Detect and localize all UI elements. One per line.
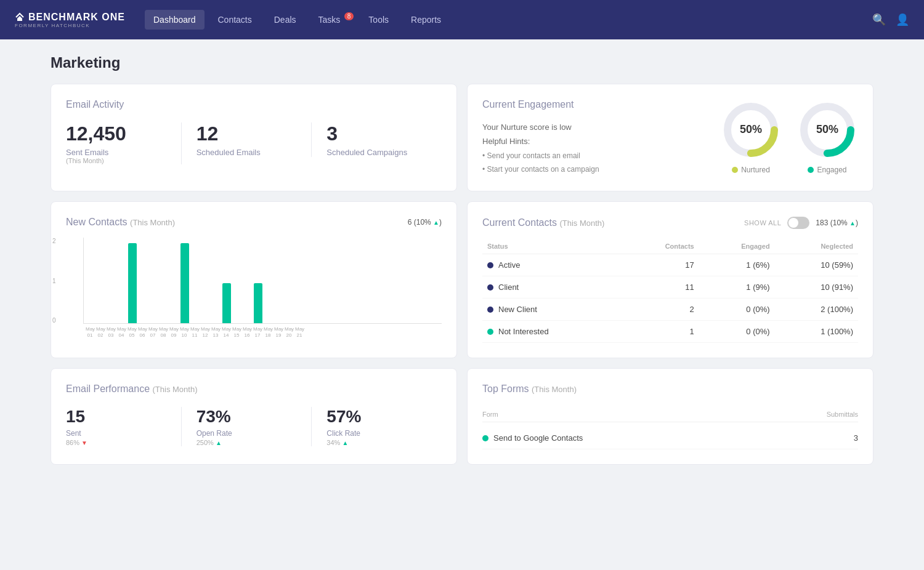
open-up-arrow: ▲ xyxy=(216,440,222,446)
x-label-5: May06 xyxy=(138,326,147,338)
nav-right-icons: 🔍 👤 xyxy=(872,13,909,26)
x-label-9: May10 xyxy=(180,326,188,338)
x-label-20: May21 xyxy=(295,326,304,338)
engaged-count: 1 (6%) xyxy=(699,254,775,276)
ep-sent-pct: 86% ▼ xyxy=(66,439,166,446)
forms-col-submittals: Submittals xyxy=(827,411,858,418)
table-row: Active 17 1 (6%) 10 (59%) xyxy=(482,254,858,276)
dashboard-grid: Email Activity 12,450 Sent Emails (This … xyxy=(51,84,873,465)
nurtured-label: Nurtured xyxy=(732,166,770,174)
x-label-10: May11 xyxy=(190,326,199,338)
engaged-count: 0 (0%) xyxy=(699,321,775,343)
forms-col-form: Form xyxy=(482,411,498,418)
ep-click-label: Click Rate xyxy=(326,429,427,438)
contacts-total-badge: 183 (10% ▲) xyxy=(816,219,858,227)
svg-text:50%: 50% xyxy=(740,123,762,135)
status-dot xyxy=(487,329,493,335)
status-name: Active xyxy=(498,260,520,270)
click-up-arrow: ▲ xyxy=(342,440,348,446)
current-contacts-card: Current Contacts (This Month) SHOW ALL 1… xyxy=(467,201,873,358)
new-contacts-card: New Contacts (This Month) 6 (10% ▲) 2 1 … xyxy=(51,201,457,358)
tasks-badge: 8 xyxy=(344,12,354,20)
col-status: Status xyxy=(482,239,623,254)
svg-text:50%: 50% xyxy=(816,123,838,135)
engaged-donut-svg: 50% xyxy=(796,99,858,161)
form-row: Send to Google Contacts 3 xyxy=(482,427,858,449)
hints-label: Helpful Hints: xyxy=(482,137,708,146)
x-label-12: May13 xyxy=(211,326,220,338)
email-activity-card: Email Activity 12,450 Sent Emails (This … xyxy=(51,84,457,191)
email-performance-row: 15 Sent 86% ▼ 73% Open Rate 250% ▲ xyxy=(66,407,442,446)
contacts-count: 17 xyxy=(623,254,699,276)
ep-open-pct: 250% ▲ xyxy=(197,439,297,446)
neglected-count: 2 (100%) xyxy=(775,299,858,321)
top-forms-card: Top Forms (This Month) Form Submittals S… xyxy=(467,368,873,465)
scheduled-emails-label: Scheduled Emails xyxy=(197,148,297,157)
bar-chart-container: 2 1 0 May01May02May03May04May05May06May0… xyxy=(66,238,442,338)
search-button[interactable]: 🔍 xyxy=(872,13,886,26)
bar-4 xyxy=(128,243,137,323)
sent-emails-stat: 12,450 Sent Emails (This Month) xyxy=(66,122,182,164)
x-label-18: May19 xyxy=(274,326,283,338)
engaged-count: 0 (0%) xyxy=(699,299,775,321)
x-label-3: May04 xyxy=(117,326,126,338)
show-all-toggle[interactable] xyxy=(787,217,809,229)
col-neglected: Neglected xyxy=(775,239,858,254)
engaged-dot xyxy=(808,167,814,173)
x-label-19: May20 xyxy=(285,326,293,338)
bar-9 xyxy=(180,243,189,323)
ep-open-stat: 73% Open Rate 250% ▲ xyxy=(182,407,312,446)
status-cell: New Client xyxy=(487,305,618,314)
user-button[interactable]: 👤 xyxy=(896,13,909,26)
contacts-count: 1 xyxy=(623,321,699,343)
current-contacts-title: Current Contacts (This Month) xyxy=(482,217,604,228)
nav-tasks[interactable]: Tasks 8 xyxy=(310,10,355,30)
col-engaged: Engaged xyxy=(699,239,775,254)
status-name: New Client xyxy=(498,305,537,314)
scheduled-campaigns-stat: 3 Scheduled Campaigns xyxy=(312,122,442,157)
status-name: Client xyxy=(498,283,519,292)
contacts-table: Status Contacts Engaged Neglected Active… xyxy=(482,239,858,343)
contacts-table-body: Active 17 1 (6%) 10 (59%) Client 11 1 (9… xyxy=(482,254,858,343)
sent-emails-label: Sent Emails xyxy=(66,148,166,157)
sent-emails-value: 12,450 xyxy=(66,122,166,145)
email-performance-title: Email Performance (This Month) xyxy=(66,383,442,395)
neglected-count: 1 (100%) xyxy=(775,321,858,343)
ep-click-stat: 57% Click Rate 34% ▲ xyxy=(312,407,442,446)
neglected-count: 10 (59%) xyxy=(775,254,858,276)
engagement-charts: 50% Nurtured 50% xyxy=(720,99,858,174)
ep-sent-stat: 15 Sent 86% ▼ xyxy=(66,407,182,446)
nav-tools[interactable]: Tools xyxy=(360,10,397,30)
contacts-count: 2 xyxy=(623,299,699,321)
x-label-15: May16 xyxy=(243,326,251,338)
form-name-text: Send to Google Contacts xyxy=(493,433,583,443)
form-submittals: 3 xyxy=(854,433,858,443)
engaged-count: 1 (9%) xyxy=(699,276,775,299)
ep-click-value: 57% xyxy=(326,407,427,427)
show-all-label: SHOW ALL xyxy=(744,219,781,227)
sent-emails-sub: (This Month) xyxy=(66,157,166,164)
nav-deals[interactable]: Deals xyxy=(265,10,305,30)
new-contacts-badge: 6 (10% ▲) xyxy=(408,218,442,227)
hints-list: • Send your contacts an email • Start yo… xyxy=(482,150,708,176)
nav-dashboard[interactable]: Dashboard xyxy=(145,10,205,30)
forms-col-headers: Form Submittals xyxy=(482,407,858,422)
page-title: Marketing xyxy=(51,54,873,71)
nav-reports[interactable]: Reports xyxy=(402,10,450,30)
engaged-label: Engaged xyxy=(808,166,846,174)
email-performance-card: Email Performance (This Month) 15 Sent 8… xyxy=(51,368,457,465)
nav-items: Dashboard Contacts Deals Tasks 8 Tools R… xyxy=(145,10,853,30)
top-forms-title: Top Forms (This Month) xyxy=(482,383,858,395)
nav-contacts[interactable]: Contacts xyxy=(209,10,261,30)
ep-click-pct: 34% ▲ xyxy=(326,439,427,446)
status-dot xyxy=(487,262,493,268)
new-contacts-header: New Contacts (This Month) 6 (10% ▲) xyxy=(66,217,442,228)
brand-logo: BENCHMARK ONE FORMERLY HATCHBUCK xyxy=(15,12,125,28)
ep-open-label: Open Rate xyxy=(197,429,297,438)
engagement-title: Current Engagement xyxy=(482,99,708,110)
contacts-table-header: Status Contacts Engaged Neglected xyxy=(482,239,858,254)
table-row: Client 11 1 (9%) 10 (91%) xyxy=(482,276,858,299)
x-label-0: May01 xyxy=(86,326,94,338)
x-label-16: May17 xyxy=(253,326,262,338)
status-name: Not Interested xyxy=(498,327,549,336)
